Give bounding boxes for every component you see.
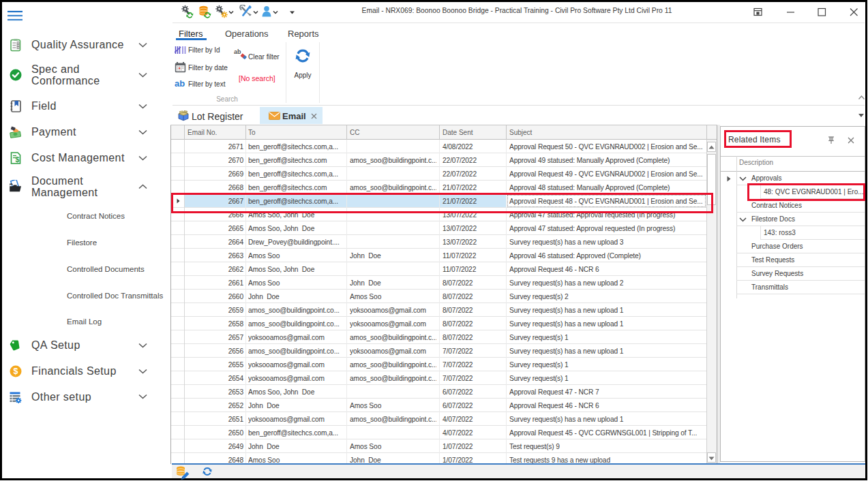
svg-text:$: $ xyxy=(14,367,18,376)
svg-text:$: $ xyxy=(16,155,20,164)
